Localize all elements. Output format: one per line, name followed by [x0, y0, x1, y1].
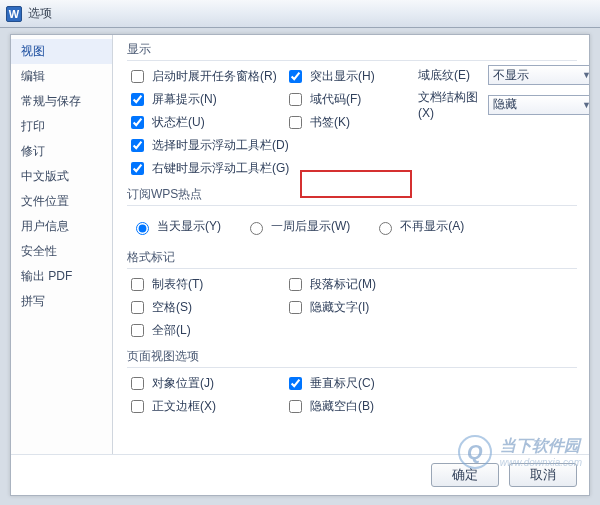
checkbox-item[interactable]: 右键时显示浮动工具栏(G) — [127, 157, 267, 180]
radio-input[interactable] — [136, 222, 149, 235]
group-fmtmark-title: 格式标记 — [127, 249, 577, 269]
group-display-title: 显示 — [127, 41, 577, 61]
radio-label: 当天显示(Y) — [157, 218, 221, 235]
checkbox-item[interactable]: 状态栏(U) — [127, 111, 267, 134]
checkbox-input[interactable] — [131, 278, 144, 291]
select-field-shading[interactable]: 不显示▼ — [488, 65, 589, 85]
checkbox-item[interactable]: 书签(K) — [285, 111, 400, 134]
radio-label: 一周后显示(W) — [271, 218, 350, 235]
group-pageview: 页面视图选项 对象位置(J)正文边框(X) 垂直标尺(C)隐藏空白(B) — [127, 348, 577, 418]
select-doc-map[interactable]: 隐藏▼ — [488, 95, 589, 115]
checkbox-label: 域代码(F) — [310, 91, 361, 108]
sidebar-item-security[interactable]: 安全性 — [11, 239, 112, 264]
dialog-footer: 确定 取消 — [11, 454, 589, 495]
checkbox-label: 空格(S) — [152, 299, 192, 316]
sidebar-item-revise[interactable]: 修订 — [11, 139, 112, 164]
field-label: 域底纹(E) — [418, 67, 482, 84]
checkbox-label: 启动时展开任务窗格(R) — [152, 68, 277, 85]
sidebar-item-pdf[interactable]: 输出 PDF — [11, 264, 112, 289]
checkbox-label: 段落标记(M) — [310, 276, 376, 293]
options-dialog: 视图编辑常规与保存打印修订中文版式文件位置用户信息安全性输出 PDF拼写 显示 … — [10, 34, 590, 496]
checkbox-label: 屏幕提示(N) — [152, 91, 217, 108]
field-row: 文档结构图(X)隐藏▼ — [418, 89, 589, 120]
checkbox-item[interactable]: 选择时显示浮动工具栏(D) — [127, 134, 267, 157]
sidebar-item-print[interactable]: 打印 — [11, 114, 112, 139]
checkbox-label: 右键时显示浮动工具栏(G) — [152, 160, 289, 177]
sidebar-item-chinese[interactable]: 中文版式 — [11, 164, 112, 189]
group-fmtmark: 格式标记 制表符(T)空格(S)全部(L) 段落标记(M)隐藏文字(I) — [127, 249, 577, 342]
sidebar-item-spell[interactable]: 拼写 — [11, 289, 112, 314]
checkbox-item[interactable]: 域代码(F) — [285, 88, 400, 111]
checkbox-item[interactable]: 对象位置(J) — [127, 372, 267, 395]
group-display: 显示 启动时展开任务窗格(R)屏幕提示(N)状态栏(U)选择时显示浮动工具栏(D… — [127, 41, 577, 180]
checkbox-input[interactable] — [289, 400, 302, 413]
checkbox-item[interactable]: 隐藏文字(I) — [285, 296, 400, 319]
checkbox-input[interactable] — [131, 400, 144, 413]
ok-button[interactable]: 确定 — [431, 463, 499, 487]
checkbox-input[interactable] — [131, 377, 144, 390]
checkbox-label: 垂直标尺(C) — [310, 375, 375, 392]
checkbox-input[interactable] — [289, 278, 302, 291]
radio-input[interactable] — [250, 222, 263, 235]
content-pane: 显示 启动时展开任务窗格(R)屏幕提示(N)状态栏(U)选择时显示浮动工具栏(D… — [113, 35, 589, 454]
checkbox-input[interactable] — [131, 162, 144, 175]
chevron-down-icon: ▼ — [582, 100, 589, 110]
titlebar: W 选项 — [0, 0, 600, 28]
checkbox-label: 正文边框(X) — [152, 398, 216, 415]
checkbox-label: 隐藏文字(I) — [310, 299, 369, 316]
radio-item[interactable]: 当天显示(Y) — [131, 216, 221, 237]
radio-item[interactable]: 一周后显示(W) — [245, 216, 350, 237]
checkbox-input[interactable] — [289, 377, 302, 390]
checkbox-label: 选择时显示浮动工具栏(D) — [152, 137, 289, 154]
app-icon: W — [6, 6, 22, 22]
field-row: 域底纹(E)不显示▼ — [418, 65, 589, 85]
checkbox-input[interactable] — [289, 116, 302, 129]
checkbox-item[interactable]: 制表符(T) — [127, 273, 267, 296]
checkbox-item[interactable]: 屏幕提示(N) — [127, 88, 267, 111]
checkbox-label: 对象位置(J) — [152, 375, 214, 392]
checkbox-label: 突出显示(H) — [310, 68, 375, 85]
checkbox-label: 状态栏(U) — [152, 114, 205, 131]
sidebar-item-userinfo[interactable]: 用户信息 — [11, 214, 112, 239]
sidebar-item-edit[interactable]: 编辑 — [11, 64, 112, 89]
select-value: 不显示 — [493, 67, 529, 84]
checkbox-input[interactable] — [131, 324, 144, 337]
radio-input[interactable] — [379, 222, 392, 235]
checkbox-input[interactable] — [131, 70, 144, 83]
sidebar: 视图编辑常规与保存打印修订中文版式文件位置用户信息安全性输出 PDF拼写 — [11, 35, 113, 454]
checkbox-input[interactable] — [131, 139, 144, 152]
checkbox-input[interactable] — [131, 93, 144, 106]
checkbox-label: 制表符(T) — [152, 276, 203, 293]
radio-item[interactable]: 不再显示(A) — [374, 216, 464, 237]
checkbox-item[interactable]: 突出显示(H) — [285, 65, 400, 88]
checkbox-input[interactable] — [289, 93, 302, 106]
sidebar-item-view[interactable]: 视图 — [11, 39, 112, 64]
checkbox-item[interactable]: 空格(S) — [127, 296, 267, 319]
checkbox-input[interactable] — [289, 70, 302, 83]
checkbox-item[interactable]: 垂直标尺(C) — [285, 372, 400, 395]
checkbox-item[interactable]: 正文边框(X) — [127, 395, 267, 418]
field-label: 文档结构图(X) — [418, 89, 482, 120]
chevron-down-icon: ▼ — [582, 70, 589, 80]
checkbox-label: 书签(K) — [310, 114, 350, 131]
radio-label: 不再显示(A) — [400, 218, 464, 235]
checkbox-label: 隐藏空白(B) — [310, 398, 374, 415]
checkbox-input[interactable] — [289, 301, 302, 314]
window-title: 选项 — [28, 5, 594, 22]
select-value: 隐藏 — [493, 96, 517, 113]
checkbox-label: 全部(L) — [152, 322, 191, 339]
checkbox-item[interactable]: 隐藏空白(B) — [285, 395, 400, 418]
checkbox-input[interactable] — [131, 116, 144, 129]
checkbox-item[interactable]: 启动时展开任务窗格(R) — [127, 65, 267, 88]
group-wpshot: 订阅WPS热点 当天显示(Y)一周后显示(W)不再显示(A) — [127, 186, 577, 243]
sidebar-item-fileloc[interactable]: 文件位置 — [11, 189, 112, 214]
group-wpshot-title: 订阅WPS热点 — [127, 186, 577, 206]
sidebar-item-general[interactable]: 常规与保存 — [11, 89, 112, 114]
checkbox-item[interactable]: 段落标记(M) — [285, 273, 400, 296]
group-pageview-title: 页面视图选项 — [127, 348, 577, 368]
cancel-button[interactable]: 取消 — [509, 463, 577, 487]
checkbox-item[interactable]: 全部(L) — [127, 319, 267, 342]
checkbox-input[interactable] — [131, 301, 144, 314]
